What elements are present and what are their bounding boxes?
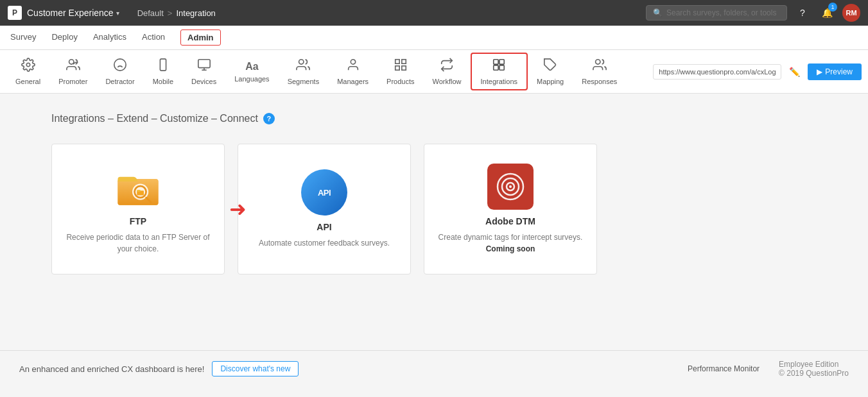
segments-icon [296,58,310,75]
languages-label: Languages [234,75,269,83]
svg-rect-19 [499,60,504,64]
adobe-dtm-card[interactable]: Adobe DTM Create dynamic tags for interc… [424,144,597,275]
managers-icon [346,58,360,75]
breadcrumb: Default > Integration [137,8,216,18]
mobile-label: Mobile [153,78,173,85]
api-card[interactable]: ➜ API API Automate customer feedback sur… [238,144,411,275]
toolbar-devices[interactable]: Devices [182,54,225,89]
nav-analytics[interactable]: Analytics [93,27,126,48]
app-title-text: Customer Experience [27,8,114,18]
toolbar-responses[interactable]: Responses [573,54,626,89]
nav-bar: Survey Deploy Analytics Action Admin [0,26,868,50]
toolbar-promoter[interactable]: Promoter [49,54,96,89]
edition-info: Employee Edition © 2019 QuestionPro [779,360,849,378]
page-title-text: Integrations – Extend – Customize – Conn… [51,113,258,124]
notif-badge: 1 [828,3,837,12]
devices-icon [197,58,211,75]
search-icon: 🔍 [653,8,663,17]
integrations-icon [492,58,506,75]
detractor-label: Detractor [105,78,134,85]
workflow-label: Workflow [433,78,462,85]
general-icon [21,58,35,75]
svg-rect-21 [499,65,504,70]
top-header: P Customer Experience ▾ Default > Integr… [0,0,868,26]
toolbar-general[interactable]: General [6,54,49,89]
toolbar-mapping[interactable]: Mapping [528,54,573,89]
toolbar-detractor[interactable]: Detractor [96,54,143,89]
promoter-icon [66,58,80,75]
coming-soon-badge: Coming soon [486,244,535,253]
svg-point-13 [351,60,355,64]
api-icon: API [301,169,347,215]
edition-text: Employee Edition [779,360,849,369]
page-title: Integrations – Extend – Customize – Conn… [51,113,817,124]
breadcrumb-default[interactable]: Default [137,8,164,18]
nav-deploy[interactable]: Deploy [51,27,77,48]
edit-url-button[interactable]: ✏️ [786,64,803,80]
languages-icon: Aa [245,61,258,72]
url-field[interactable] [653,64,781,80]
products-icon [394,58,408,75]
svg-rect-9 [198,60,209,68]
ftp-card[interactable]: FTP Receive periodic data to an FTP Serv… [51,144,225,275]
promoter-label: Promoter [58,78,87,85]
svg-rect-18 [494,60,498,64]
app-title[interactable]: Customer Experience ▾ [27,8,119,18]
svg-point-37 [509,185,512,188]
mapping-label: Mapping [537,78,564,85]
integrations-grid: FTP Receive periodic data to an FTP Serv… [51,144,817,275]
header-left: P Customer Experience ▾ Default > Integr… [8,6,216,20]
toolbar-managers[interactable]: Managers [328,54,378,89]
footer: An enhanced and enriched CX dashboard is… [0,350,868,387]
svg-rect-17 [402,66,406,70]
ftp-icon [115,164,161,210]
breadcrumb-sep: > [168,8,173,18]
api-desc: Automate customer feedback surveys. [259,237,390,249]
segments-label: Segments [288,78,320,85]
responses-label: Responses [582,78,617,85]
toolbar-integrations[interactable]: Integrations [471,53,528,90]
workflow-icon [440,58,454,75]
svg-rect-16 [395,66,399,70]
footer-left: An enhanced and enriched CX dashboard is… [19,361,299,376]
ftp-desc: Receive periodic data to an FTP Server o… [65,232,211,255]
search-input[interactable] [666,8,780,17]
search-box[interactable]: 🔍 [646,5,787,21]
nav-action[interactable]: Action [142,27,165,48]
svg-point-27 [595,60,600,64]
detractor-icon [113,58,127,75]
toolbar-segments[interactable]: Segments [279,54,329,89]
adobe-dtm-title: Adobe DTM [485,216,535,226]
performance-monitor-link[interactable]: Performance Monitor [688,364,759,373]
chevron-down-icon: ▾ [116,10,119,17]
devices-label: Devices [191,78,216,85]
footer-right: Performance Monitor Employee Edition © 2… [688,360,849,378]
svg-point-4 [114,59,126,71]
notifications-button[interactable]: 🔔 1 [818,4,836,22]
adobe-dtm-icon [487,164,534,210]
nav-survey[interactable]: Survey [10,27,36,48]
svg-rect-20 [494,65,498,70]
svg-rect-14 [395,60,399,63]
main-content: Integrations – Extend – Customize – Conn… [0,94,868,350]
help-circle-icon[interactable]: ? [263,113,275,124]
toolbar-languages[interactable]: Aa Languages [225,57,278,87]
help-button[interactable]: ? [794,4,812,22]
toolbar-products[interactable]: Products [378,54,423,89]
toolbar-items: General Promoter Detractor [6,53,653,90]
general-label: General [15,78,40,85]
discover-button[interactable]: Discover what's new [212,361,299,376]
toolbar-mobile[interactable]: Mobile [144,54,182,89]
toolbar-right: ✏️ ▶ Preview [653,63,862,80]
api-title: API [317,222,331,232]
ftp-title: FTP [130,216,146,226]
toolbar-workflow[interactable]: Workflow [424,54,471,89]
products-label: Products [386,78,414,85]
avatar[interactable]: RM [842,4,860,22]
svg-point-1 [69,60,73,64]
header-right: 🔍 ? 🔔 1 RM [646,4,860,22]
preview-button[interactable]: ▶ Preview [808,63,862,80]
nav-admin[interactable]: Admin [180,30,220,46]
preview-label: Preview [825,67,853,76]
mobile-icon [156,58,170,75]
